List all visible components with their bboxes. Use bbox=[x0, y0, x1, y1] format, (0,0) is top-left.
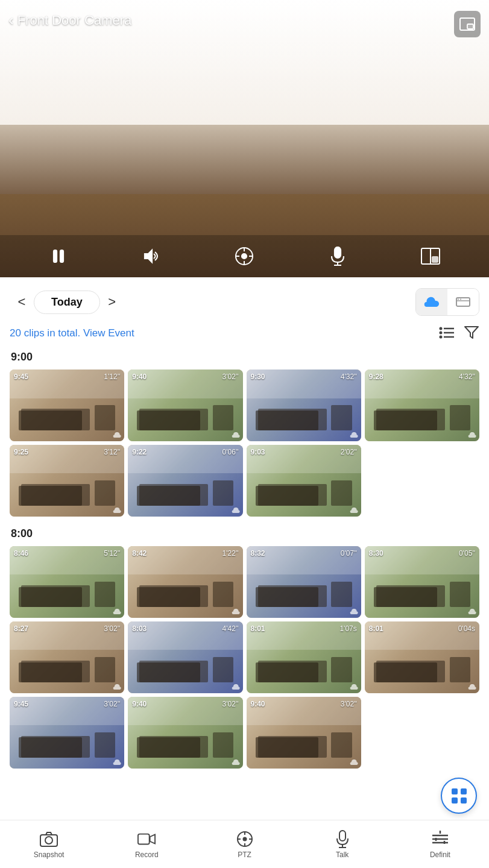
view-event-link[interactable]: View Event bbox=[83, 327, 134, 339]
clip-duration: 4'32'' bbox=[459, 373, 475, 381]
clip-thumbnail[interactable]: 8:03 4'42'' bbox=[128, 621, 242, 693]
pause-button[interactable] bbox=[43, 241, 74, 271]
bottom-navigation: Snapshot Record PTZ bbox=[0, 820, 489, 868]
list-view-button[interactable] bbox=[438, 325, 455, 342]
split-screen-button[interactable] bbox=[415, 241, 446, 271]
date-navigation: < Today > bbox=[10, 277, 479, 322]
clip-thumbnail[interactable]: 9:25 3'12'' bbox=[10, 445, 124, 517]
clip-duration: 3'02'' bbox=[222, 700, 239, 708]
definit-label: Definit bbox=[430, 851, 450, 859]
svg-rect-38 bbox=[339, 831, 345, 841]
cloud-indicator-icon bbox=[350, 684, 358, 690]
timeline-section: < Today > bbox=[0, 277, 489, 769]
clip-time: 8:30 bbox=[369, 549, 383, 558]
clip-thumbnail[interactable]: 9:22 0'06'' bbox=[128, 445, 242, 517]
ptz-label: PTZ bbox=[238, 851, 251, 859]
filter-button[interactable] bbox=[464, 324, 479, 342]
nav-ptz[interactable]: PTZ bbox=[195, 825, 293, 864]
cloud-indicator-icon bbox=[350, 609, 358, 615]
nav-definit[interactable]: Definit bbox=[391, 825, 489, 864]
clip-time: 9:45 bbox=[14, 373, 28, 381]
nav-record[interactable]: Record bbox=[98, 825, 195, 864]
volume-button[interactable] bbox=[136, 241, 166, 271]
svg-point-29 bbox=[45, 837, 52, 844]
clip-thumbnail[interactable]: 8:01 0'04s bbox=[365, 621, 479, 693]
clip-duration: 0'05'' bbox=[459, 549, 475, 558]
hour-group-900: 9:00 9:45 1'12'' 9:40 3'02'' bbox=[10, 351, 479, 517]
cloud-indicator-icon bbox=[350, 432, 358, 438]
clip-thumbnail[interactable]: 9:40 3'02'' bbox=[128, 370, 242, 441]
clip-time: 8:46 bbox=[14, 549, 28, 558]
settings-nav-icon bbox=[431, 830, 449, 848]
camera-icon bbox=[40, 830, 58, 848]
clips-actions bbox=[438, 324, 479, 342]
clip-thumbnail[interactable]: 9:30 4'32'' bbox=[247, 370, 361, 441]
clip-thumbnail[interactable]: 9:40 3'02'' bbox=[247, 697, 361, 769]
clip-thumbnail[interactable]: 8:30 0'05'' bbox=[365, 546, 479, 618]
storage-toggle bbox=[415, 288, 479, 316]
clip-duration: 1'22'' bbox=[222, 549, 239, 558]
clip-duration: 0'07'' bbox=[341, 549, 357, 558]
clip-thumbnail[interactable]: 9:03 2'02'' bbox=[247, 445, 361, 517]
clip-thumbnail[interactable]: 8:42 1'22'' bbox=[128, 546, 242, 618]
clip-thumbnail[interactable]: 9:45 1'12'' bbox=[10, 370, 124, 441]
clip-duration: 0'06'' bbox=[222, 448, 239, 456]
talk-label: Talk bbox=[336, 851, 349, 859]
svg-marker-4 bbox=[145, 250, 152, 262]
cloud-storage-button[interactable] bbox=[416, 289, 447, 315]
svg-point-20 bbox=[460, 299, 461, 300]
current-date-label[interactable]: Today bbox=[34, 291, 100, 314]
svg-rect-3 bbox=[60, 250, 63, 262]
cloud-indicator-icon bbox=[232, 609, 240, 615]
prev-date-button[interactable]: < bbox=[10, 290, 34, 314]
cloud-indicator-icon bbox=[113, 432, 121, 438]
clips-info: 20 clips in total. View Event bbox=[10, 322, 479, 351]
snapshot-label: Snapshot bbox=[34, 851, 65, 859]
clip-duration: 1'12'' bbox=[104, 373, 120, 381]
svg-rect-16 bbox=[432, 257, 438, 262]
clip-time: 8:01 bbox=[251, 624, 265, 633]
clips-grid: 9:45 1'12'' 9:40 3'02'' bbox=[10, 370, 479, 517]
clip-thumbnail[interactable]: 8:32 0'07'' bbox=[247, 546, 361, 618]
svg-rect-30 bbox=[138, 834, 150, 844]
clip-duration: 1'07s bbox=[339, 624, 356, 633]
clip-thumbnail[interactable]: 8:46 5'12'' bbox=[10, 546, 124, 618]
nav-snapshot[interactable]: Snapshot bbox=[0, 825, 98, 864]
pip-button[interactable] bbox=[454, 11, 481, 37]
clip-thumbnail[interactable]: 9:28 4'32'' bbox=[365, 370, 479, 441]
svg-rect-2 bbox=[54, 250, 57, 262]
clips-container: 9:00 9:45 1'12'' 9:40 3'02'' bbox=[10, 351, 479, 769]
clip-time: 9:40 bbox=[132, 700, 147, 708]
grid-menu-fab[interactable] bbox=[441, 778, 477, 814]
clip-duration: 4'42'' bbox=[222, 624, 239, 633]
hour-group-800: 8:00 8:46 5'12'' 8:42 1'22'' bbox=[10, 527, 479, 769]
clip-time: 8:03 bbox=[132, 624, 147, 633]
clip-duration: 0'04s bbox=[458, 624, 475, 633]
clip-thumbnail[interactable]: 8:27 3'02'' bbox=[10, 621, 124, 693]
back-button[interactable]: ‹ Front Door Camera bbox=[8, 11, 131, 30]
camera-title: Front Door Camera bbox=[17, 13, 132, 28]
mic-button[interactable] bbox=[323, 241, 353, 271]
cloud-indicator-icon bbox=[232, 760, 240, 766]
clip-time: 8:01 bbox=[369, 624, 383, 633]
clip-time: 9:03 bbox=[251, 448, 265, 456]
clip-duration: 3'02'' bbox=[104, 624, 120, 633]
next-date-button[interactable]: > bbox=[100, 290, 124, 314]
camera-controls-bar bbox=[0, 235, 489, 277]
nav-talk[interactable]: Talk bbox=[294, 825, 391, 864]
clip-duration: 3'02'' bbox=[104, 700, 120, 708]
clip-thumbnail[interactable]: 9:40 3'02'' bbox=[128, 697, 242, 769]
svg-rect-1 bbox=[467, 24, 473, 29]
svg-point-21 bbox=[440, 327, 443, 330]
hour-label: 8:00 bbox=[10, 527, 479, 540]
clip-thumbnail[interactable]: 8:01 1'07s bbox=[247, 621, 361, 693]
clip-thumbnail[interactable]: 9:45 3'02'' bbox=[10, 697, 124, 769]
clip-duration: 3'12'' bbox=[104, 448, 120, 456]
clip-time: 8:42 bbox=[132, 549, 147, 558]
cloud-indicator-icon bbox=[232, 508, 240, 514]
camera-view: ‹ Front Door Camera bbox=[0, 0, 489, 277]
local-storage-button[interactable] bbox=[447, 289, 479, 315]
clip-time: 9:30 bbox=[251, 373, 265, 381]
svg-point-23 bbox=[440, 332, 443, 335]
ptz-control-button[interactable] bbox=[229, 241, 259, 271]
